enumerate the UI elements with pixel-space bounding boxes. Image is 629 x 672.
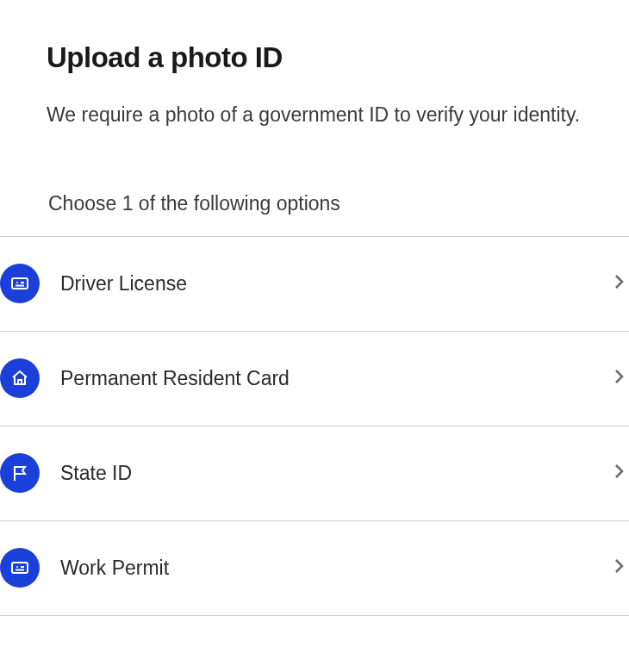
svg-rect-0: [12, 278, 28, 289]
svg-point-6: [16, 566, 18, 568]
page-title: Upload a photo ID: [47, 41, 582, 74]
id-options-list: Driver License Permanent Resident Card: [0, 236, 629, 616]
option-label: Permanent Resident Card: [60, 367, 608, 390]
option-label: Work Permit: [60, 557, 608, 580]
option-driver-license[interactable]: Driver License: [0, 237, 629, 332]
svg-rect-5: [12, 563, 28, 573]
id-card-icon: [0, 264, 40, 303]
chevron-right-icon: [608, 556, 629, 580]
option-label: State ID: [60, 462, 608, 485]
svg-point-1: [16, 282, 18, 283]
page-description: We require a photo of a government ID to…: [47, 100, 582, 130]
option-work-permit[interactable]: Work Permit: [0, 521, 629, 616]
chevron-right-icon: [608, 271, 629, 296]
flag-icon: [0, 453, 40, 493]
option-state-id[interactable]: State ID: [0, 426, 629, 521]
chevron-right-icon: [608, 366, 629, 390]
chevron-right-icon: [608, 461, 629, 485]
section-label: Choose 1 of the following options: [47, 192, 582, 215]
id-card-icon: [0, 548, 40, 588]
option-permanent-resident-card[interactable]: Permanent Resident Card: [0, 332, 629, 426]
home-icon: [0, 358, 40, 398]
option-label: Driver License: [60, 272, 608, 296]
